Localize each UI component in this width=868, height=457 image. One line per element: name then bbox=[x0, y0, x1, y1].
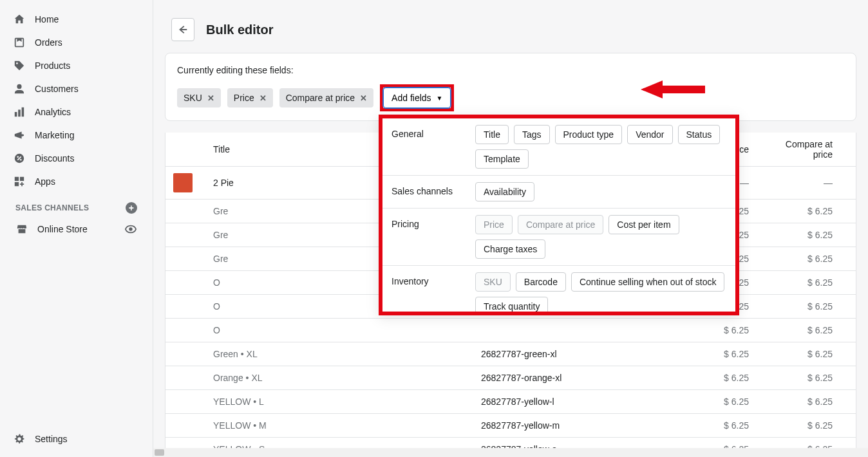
popover-options: TitleTagsProduct typeVendorStatusTemplat… bbox=[475, 125, 726, 169]
compare-cell[interactable]: $6.25 bbox=[757, 366, 840, 390]
field-option[interactable]: Vendor bbox=[627, 125, 672, 144]
title-cell[interactable]: YELLOW • L bbox=[205, 390, 473, 414]
field-option[interactable]: Availability bbox=[475, 182, 534, 201]
sku-cell[interactable]: 26827787-yellow-m bbox=[473, 414, 673, 438]
horizontal-scrollbar[interactable] bbox=[153, 448, 868, 457]
nav-label: Analytics bbox=[35, 107, 71, 117]
close-icon[interactable]: ✕ bbox=[207, 93, 214, 103]
title-cell[interactable]: Green • XL bbox=[205, 342, 473, 366]
discounts-icon bbox=[13, 152, 26, 165]
svg-rect-14 bbox=[660, 86, 705, 93]
col-compare[interactable]: Compare at price bbox=[757, 133, 840, 167]
popover-group-label: General bbox=[392, 125, 475, 169]
store-icon bbox=[15, 223, 28, 236]
nav-discounts[interactable]: Discounts bbox=[5, 147, 147, 170]
online-store-label: Online Store bbox=[37, 224, 88, 234]
editing-panel: Currently editing these fields: SKU✕ Pri… bbox=[165, 53, 856, 121]
nav-customers[interactable]: Customers bbox=[5, 77, 147, 100]
table-row[interactable]: O $6.25 $6.25 bbox=[165, 319, 856, 342]
sku-cell[interactable]: 26827787-orange-xl bbox=[473, 366, 673, 390]
sku-cell[interactable]: 26827787-green-xl bbox=[473, 342, 673, 366]
svg-rect-4 bbox=[18, 109, 21, 117]
thumb-cell bbox=[165, 366, 205, 390]
nav-marketing[interactable]: Marketing bbox=[5, 124, 147, 147]
thumb-cell bbox=[165, 167, 205, 200]
nav-home[interactable]: Home bbox=[5, 8, 147, 31]
svg-point-8 bbox=[20, 159, 22, 161]
svg-rect-10 bbox=[20, 177, 24, 181]
close-icon[interactable]: ✕ bbox=[259, 93, 267, 103]
popover-options: SKUBarcodeContinue selling when out of s… bbox=[475, 272, 726, 312]
field-option[interactable]: Charge taxes bbox=[475, 239, 545, 259]
nav-products[interactable]: Products bbox=[5, 54, 147, 77]
chip-sku[interactable]: SKU✕ bbox=[177, 88, 221, 107]
sales-channels-label: SALES CHANNELS bbox=[15, 203, 89, 212]
thumb-cell bbox=[165, 319, 205, 342]
popover-scroll[interactable]: GeneralTitleTagsProduct typeVendorStatus… bbox=[382, 118, 735, 312]
price-cell[interactable]: $6.25 bbox=[673, 342, 757, 366]
eye-icon[interactable] bbox=[124, 223, 137, 236]
table-row[interactable]: YELLOW • L 26827787-yellow-l $6.25 $6.25 bbox=[165, 390, 856, 414]
field-option[interactable]: Tags bbox=[514, 125, 550, 144]
popover-group-label: Sales channels bbox=[392, 182, 475, 201]
compare-cell[interactable]: — bbox=[757, 167, 840, 200]
field-option[interactable]: Product type bbox=[555, 125, 623, 144]
field-option[interactable]: Cost per item bbox=[609, 215, 679, 234]
nav-label: Products bbox=[35, 61, 70, 71]
add-fields-button[interactable]: Add fields▼ bbox=[383, 88, 451, 108]
thumb-cell bbox=[165, 247, 205, 271]
compare-cell[interactable]: $6.25 bbox=[757, 414, 840, 438]
compare-cell[interactable]: $6.25 bbox=[757, 390, 840, 414]
field-option[interactable]: Barcode bbox=[516, 272, 566, 292]
add-fields-label: Add fields bbox=[392, 93, 431, 103]
title-cell[interactable]: YELLOW • M bbox=[205, 414, 473, 438]
chip-compare-at-price[interactable]: Compare at price✕ bbox=[279, 88, 373, 107]
annotation-arrow bbox=[641, 79, 705, 102]
svg-point-7 bbox=[17, 156, 19, 158]
price-cell[interactable]: $6.25 bbox=[673, 319, 757, 342]
popover-group-label: Inventory bbox=[392, 272, 475, 312]
compare-cell[interactable]: $6.25 bbox=[757, 223, 840, 247]
title-cell[interactable]: Orange • XL bbox=[205, 366, 473, 390]
field-option[interactable]: Title bbox=[475, 125, 509, 144]
nav-orders[interactable]: Orders bbox=[5, 31, 147, 54]
main-nav: Home Orders Products Customers Analytics… bbox=[0, 0, 153, 421]
thumb-cell bbox=[165, 223, 205, 247]
field-option[interactable]: Track quantity bbox=[475, 297, 548, 312]
table-row[interactable]: Orange • XL 26827787-orange-xl $6.25 $6.… bbox=[165, 366, 856, 390]
settings-label: Settings bbox=[35, 434, 68, 444]
compare-cell[interactable]: $6.25 bbox=[757, 342, 840, 366]
price-cell[interactable]: $6.25 bbox=[673, 366, 757, 390]
popover-options: PriceCompare at priceCost per itemCharge… bbox=[475, 215, 726, 259]
nav-label: Discounts bbox=[35, 153, 74, 163]
title-cell[interactable]: O bbox=[205, 319, 473, 342]
customers-icon bbox=[13, 82, 26, 95]
thumb-cell bbox=[165, 271, 205, 295]
sidebar-item-online-store[interactable]: Online Store bbox=[5, 218, 147, 241]
page-header: Bulk editor bbox=[153, 0, 868, 53]
field-option[interactable]: Template bbox=[475, 149, 529, 169]
sku-cell[interactable] bbox=[473, 319, 673, 342]
table-row[interactable]: YELLOW • M 26827787-yellow-m $6.25 $6.25 bbox=[165, 414, 856, 438]
price-cell[interactable]: $6.25 bbox=[673, 414, 757, 438]
add-channel-button[interactable]: + bbox=[126, 202, 137, 214]
table-row[interactable]: Green • XL 26827787-green-xl $6.25 $6.25 bbox=[165, 342, 856, 366]
chip-price[interactable]: Price✕ bbox=[227, 88, 273, 107]
compare-cell[interactable]: $6.25 bbox=[757, 295, 840, 319]
sku-cell[interactable]: 26827787-yellow-l bbox=[473, 390, 673, 414]
field-option[interactable]: Status bbox=[678, 125, 721, 144]
price-cell[interactable]: $6.25 bbox=[673, 390, 757, 414]
marketing-icon bbox=[13, 129, 26, 142]
col-thumb bbox=[165, 133, 205, 167]
compare-cell[interactable]: $6.25 bbox=[757, 319, 840, 342]
field-option[interactable]: Continue selling when out of stock bbox=[571, 272, 724, 292]
close-icon[interactable]: ✕ bbox=[360, 93, 367, 103]
back-button[interactable] bbox=[171, 18, 194, 41]
thumb-cell bbox=[165, 342, 205, 366]
compare-cell[interactable]: $6.25 bbox=[757, 200, 840, 223]
compare-cell[interactable]: $6.25 bbox=[757, 271, 840, 295]
nav-analytics[interactable]: Analytics bbox=[5, 100, 147, 124]
compare-cell[interactable]: $6.25 bbox=[757, 247, 840, 271]
nav-apps[interactable]: Apps bbox=[5, 170, 147, 193]
nav-settings[interactable]: Settings bbox=[5, 427, 147, 451]
